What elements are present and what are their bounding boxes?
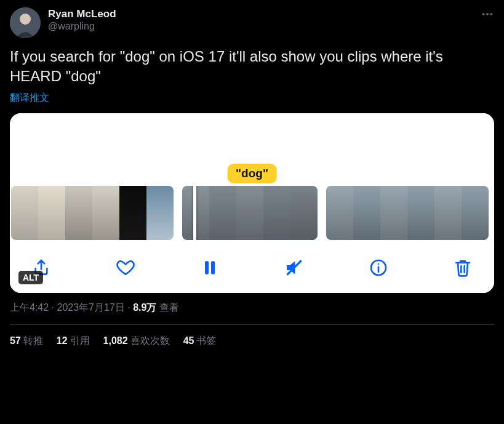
meta-views-num: 8.9万 (133, 302, 156, 313)
frame (146, 186, 174, 240)
media-controls (10, 246, 494, 293)
more-icon[interactable] (481, 7, 494, 21)
meta-time[interactable]: 上午4:42 (10, 302, 49, 313)
svg-rect-6 (211, 261, 215, 274)
clip-group-2[interactable] (182, 186, 318, 240)
info-icon[interactable] (367, 256, 390, 279)
frame (434, 186, 462, 240)
trash-icon[interactable] (451, 256, 474, 279)
tweet-container: Ryan McLeod @warpling If you search for … (0, 0, 504, 348)
clip-group-1[interactable] (11, 186, 174, 240)
frame (353, 186, 380, 240)
stat-retweets[interactable]: 57转推 (10, 335, 43, 348)
frame (380, 186, 407, 240)
alt-badge[interactable]: ALT (18, 271, 43, 284)
stat-bookmarks[interactable]: 45书签 (183, 335, 217, 348)
svg-point-10 (378, 263, 380, 265)
tweet-header: Ryan McLeod @warpling (10, 7, 494, 38)
meta-date[interactable]: 2023年7月17日 (57, 302, 124, 313)
mute-icon[interactable] (282, 256, 306, 279)
svg-rect-5 (205, 261, 209, 274)
frame (290, 186, 318, 240)
meta-views-label: 查看 (156, 302, 178, 313)
frame (65, 186, 92, 240)
frame (11, 186, 38, 240)
svg-point-3 (486, 13, 489, 15)
handle: @warpling (48, 20, 116, 33)
svg-point-4 (490, 13, 493, 15)
tweet-text: If you search for "dog" on iOS 17 it'll … (10, 47, 494, 87)
frame (38, 186, 65, 240)
heart-icon[interactable] (114, 256, 137, 279)
svg-point-2 (482, 13, 485, 15)
frame (263, 186, 290, 240)
stat-likes[interactable]: 1,082喜欢次数 (103, 335, 170, 348)
frame (92, 186, 119, 240)
tweet-stats: 57转推 12引用 1,082喜欢次数 45书签 (10, 325, 494, 348)
frame (209, 186, 236, 240)
author-block[interactable]: Ryan McLeod @warpling (48, 7, 116, 33)
frame (462, 186, 489, 240)
stat-quotes[interactable]: 12引用 (57, 335, 90, 348)
media-card[interactable]: "dog" (10, 113, 494, 293)
clip-group-3[interactable] (326, 186, 489, 240)
tweet-meta: 上午4:42 · 2023年7月17日 · 8.9万 查看 (10, 302, 494, 325)
caption-bubble: "dog" (227, 164, 277, 183)
avatar[interactable] (10, 7, 41, 38)
frame (236, 186, 263, 240)
frame (407, 186, 434, 240)
translate-link[interactable]: 翻译推文 (10, 92, 49, 105)
frame (326, 186, 353, 240)
svg-point-1 (20, 14, 31, 25)
frame (119, 186, 146, 240)
media-top (10, 113, 494, 164)
display-name: Ryan McLeod (48, 7, 116, 20)
pause-icon[interactable] (198, 256, 222, 279)
playhead[interactable] (193, 186, 196, 240)
